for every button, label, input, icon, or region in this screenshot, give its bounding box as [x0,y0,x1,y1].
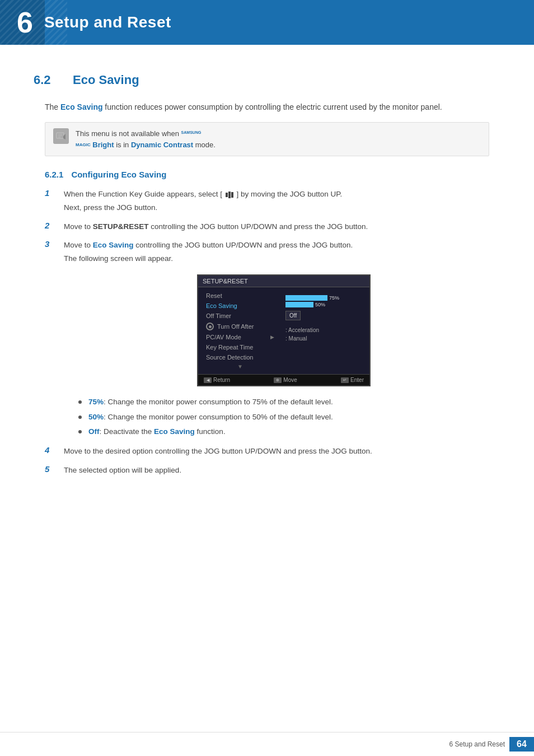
step-5-text: The selected option will be applied. [64,464,500,477]
page-footer: 6 Setup and Reset 64 [0,732,534,756]
screen-menu: Reset Eco Saving Off Timer Turn Off Afte… [198,290,282,372]
menu-pcav-mode: PC/AV Mode ▶ [198,332,282,342]
bullet-50: 50%: Change the monitor power consumptio… [78,412,500,423]
step-5: 5 The selected option will be applied. [45,464,500,477]
bright-term: Bright [92,141,114,149]
pct-50-label: 50% [88,413,104,421]
dynamic-contrast-term: Dynamic Contrast [131,141,193,149]
bullet-50-text: 50%: Change the monitor power consumptio… [88,412,333,423]
step-4-number: 4 [45,445,58,455]
menu-turn-off-after: Turn Off After [217,323,254,330]
step-3-subtext: The following screen will appear. [64,253,500,265]
bullet-list: 75%: Change the monitor power consumptio… [45,396,500,437]
gear-icon [206,323,214,330]
note-box: This menu is not available when SAMSUNGM… [45,122,489,156]
step-1-text: When the Function Key Guide appears, sel… [64,188,500,213]
screen-right-panel: 75% 50% Off : Acceleration : Manual [282,290,369,372]
off-label-bullet: Off [88,427,100,436]
menu-off-timer: Off Timer [198,311,282,321]
function-key-icon [226,192,233,198]
subsection-title: Configuring Eco Saving [71,170,166,179]
section-number: 6.2 [34,73,62,87]
section-title: Eco Saving [73,73,139,87]
footer-return: ◀ Return [204,377,230,383]
step-2-number: 2 [45,221,58,230]
intro-paragraph: The Eco Saving function reduces power co… [34,101,500,113]
menu-key-repeat: Key Repeat Time [198,342,282,352]
step-1-number: 1 [45,188,58,198]
steps-list: 1 When the Function Key Guide appears, s… [34,188,500,476]
eco-saving-term: Eco Saving [60,102,102,111]
step-5-number: 5 [45,464,58,474]
step-2: 2 Move to SETUP&RESET controlling the JO… [45,221,500,233]
eco-saving-step3: Eco Saving [93,241,134,249]
setup-reset-term: SETUP&RESET [93,222,149,231]
step-1-subtext: Next, press the JOG button. [64,202,500,214]
screen-title: SETUP&RESET [198,276,369,287]
step-2-text: Move to SETUP&RESET controlling the JOG … [64,221,500,233]
return-label: Return [213,377,230,383]
bullet-dot-2 [78,416,82,419]
bullet-75: 75%: Change the monitor power consumptio… [78,396,500,408]
enter-label: Enter [350,377,364,383]
menu-source-detect: Source Detection [198,352,282,362]
bar-50-fill [285,302,313,307]
bullet-75-text: 75%: Change the monitor power consumptio… [88,396,333,408]
screen-footer: ◀ Return ⊕ Move ↵ Enter [198,374,369,385]
bullet-dot-3 [78,430,82,433]
enter-icon: ↵ [341,377,349,383]
menu-reset: Reset [198,291,282,301]
step-3-text: Move to Eco Saving controlling the JOG b… [64,239,500,264]
submenu-manual: : Manual [285,334,319,343]
chapter-title: Setup and Reset [44,13,171,31]
footer-page-number: 64 [509,737,534,752]
bar-container: 75% 50% [285,295,366,307]
footer-enter: ↵ Enter [341,377,364,383]
screen-simulation: SETUP&RESET Reset Eco Saving Off Timer T… [67,274,500,386]
bullet-off-text: Off: Deactivate the Eco Saving function. [88,426,226,437]
off-label: Off [285,311,301,320]
screen-submenu: : Acceleration : Manual [285,326,319,343]
chapter-header: 6 Setup and Reset [0,0,534,45]
screen-body: Reset Eco Saving Off Timer Turn Off Afte… [198,287,369,374]
bullet-dot-1 [78,400,82,404]
bar-50-label: 50% [315,302,325,307]
footer-move: ⊕ Move [274,377,297,383]
submenu-acceleration: : Acceleration [285,326,319,334]
subsection-number: 6.2.1 [45,170,63,179]
chapter-number: 6 [17,8,33,37]
move-icon: ⊕ [274,377,282,383]
pct-75-label: 75% [88,398,104,406]
bullet-off: Off: Deactivate the Eco Saving function. [78,426,500,437]
step-3: 3 Move to Eco Saving controlling the JOG… [45,239,500,264]
footer-chapter-text: 6 Setup and Reset [449,740,505,748]
section-heading: 6.2 Eco Saving [34,73,500,87]
bar-75-fill [285,295,327,301]
step-3-number: 3 [45,239,58,249]
return-icon: ◀ [204,377,212,383]
monitor-screen: SETUP&RESET Reset Eco Saving Off Timer T… [197,274,371,386]
screen-scroll-down: ▼ [198,362,282,371]
main-content: 6.2 Eco Saving The Eco Saving function r… [0,45,534,505]
subsection-heading: 6.2.1 Configuring Eco Saving [34,170,500,179]
step-4-text: Move to the desired option controlling t… [64,445,500,458]
bar-50: 50% [285,302,366,307]
note-text: This menu is not available when SAMSUNGM… [76,128,216,150]
move-label: Move [283,377,297,383]
menu-eco-saving: Eco Saving [198,301,282,311]
bar-75-label: 75% [329,295,339,301]
bar-75: 75% [285,295,366,301]
step-1: 1 When the Function Key Guide appears, s… [45,188,500,213]
note-icon [53,128,69,144]
step-4: 4 Move to the desired option controlling… [45,445,500,458]
eco-saving-bullet: Eco Saving [154,427,195,436]
